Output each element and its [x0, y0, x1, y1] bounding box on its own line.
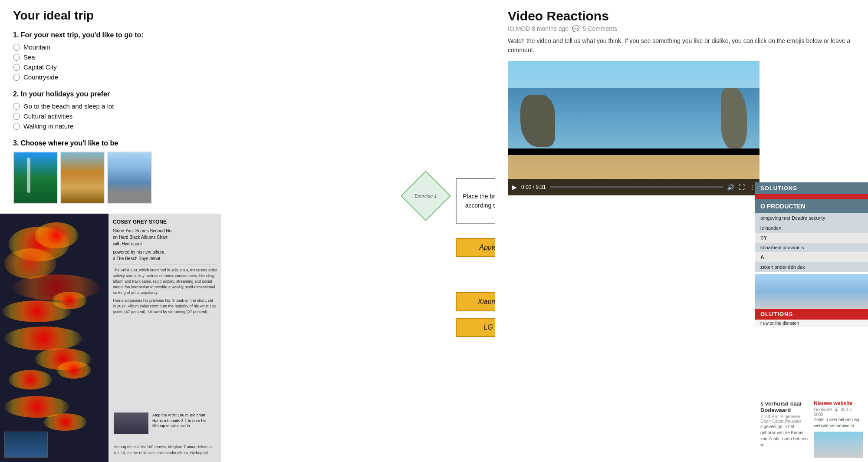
news-sky-thumbnail: [814, 432, 863, 458]
solutions-producten-label: O PRODUCTEN: [760, 203, 805, 210]
heatmap-blob-9: [9, 370, 52, 389]
exercise-panel: Exercise 1 Place the brands on the graph…: [221, 0, 508, 462]
current-time: 0:00: [521, 184, 531, 190]
question-2-label: 2. In your holidays you prefer: [13, 90, 152, 98]
option-capital-city-label: Capital City: [23, 63, 57, 71]
option-beach[interactable]: Go to the beach and sleep a lot: [13, 102, 152, 110]
option-countryside[interactable]: Countryside: [13, 73, 152, 81]
solutions-item-3: kbaarheid cruciaal is: [755, 243, 868, 253]
option-mountain[interactable]: Mountain: [13, 43, 152, 51]
beach-rock-right: [721, 88, 747, 148]
solutions-olutions: OLUTIONS: [755, 309, 868, 320]
video-controls: ▶ 0:00 / 9:31 🔊 ⛶ ⋮: [508, 179, 760, 195]
news-col-1: s verhuisd naar Dodewaard 7-2009 in: Alg…: [760, 400, 809, 458]
video-beach-scene: [508, 61, 760, 195]
heatmap-small-image: [4, 432, 48, 458]
heatmap-body-2: Harris surpasses his previous No. 9 peak…: [113, 298, 217, 315]
solutions-detail-1: r uw online diensten: [755, 320, 868, 327]
question-2-block: 2. In your holidays you prefer Go to the…: [13, 90, 152, 130]
solutions-item-4: zaken onder één dak: [755, 262, 868, 272]
radio-countryside[interactable]: [13, 74, 20, 81]
volume-button[interactable]: 🔊: [727, 184, 734, 191]
solutions-item-2: le handen: [755, 223, 868, 233]
heatmap-text-area: COSBY GREY STONE Stone Your Scores Secon…: [108, 214, 221, 462]
solutions-divider: [755, 194, 868, 199]
news-area: s verhuisd naar Dodewaard 7-2009 in: Alg…: [755, 396, 868, 462]
question-3-label: 3. Choose where you'l like to be: [13, 139, 152, 147]
news-meta-2: Geplaatst op: 08-07-2009: [814, 407, 863, 417]
news-col-2: Nieuwe website Geplaatst op: 08-07-2009 …: [814, 400, 863, 458]
option-capital-city[interactable]: Capital City: [13, 63, 152, 71]
solutions-sub-a: A: [755, 253, 868, 262]
video-description: Watch the video and tell us what you thi…: [508, 36, 855, 55]
heatmap-blob-10: [56, 361, 91, 379]
progress-bar[interactable]: [550, 186, 723, 188]
play-button[interactable]: ▶: [512, 184, 517, 191]
option-beach-label: Go to the beach and sleep a lot: [23, 102, 114, 110]
option-mountain-label: Mountain: [23, 43, 50, 51]
option-sea[interactable]: Sea: [13, 53, 152, 61]
radio-sea[interactable]: [13, 54, 20, 61]
news-meta-1: 7-2009 in: Algemeen Door: Oscar Pouwels: [760, 414, 809, 424]
radio-capital-city[interactable]: [13, 64, 20, 71]
heatmap-text-title: COSBY GREY STONE: [113, 218, 217, 226]
heatmap-intro: powered by his new album.d The Beach Boy…: [113, 249, 217, 265]
exercise-diamond-box: Exercise 1: [408, 178, 444, 214]
choice-waterfall[interactable]: [13, 152, 58, 204]
heatmap-subtitle: Stone Your Scores Second Noon Herd Black…: [113, 228, 217, 247]
choice-skyline[interactable]: [107, 152, 152, 204]
radio-cultural[interactable]: [13, 113, 20, 120]
image-choices: [13, 152, 152, 204]
heatmap-blob-2: [35, 222, 78, 248]
video-mod: IO MOD 8 months ago: [508, 25, 569, 32]
radio-beach[interactable]: [13, 103, 20, 110]
solutions-item-1: omgeving met Deadro security: [755, 213, 868, 223]
question-1-label: 1. For your next trip, you'd like to go …: [13, 31, 152, 39]
news-meta-date: 7-2009 in: Algemeen: [760, 414, 800, 419]
news-meta-author: Door: Oscar Pouwels: [760, 419, 801, 424]
video-comments: 5 Comments: [583, 25, 617, 32]
heatmap-blob-7: [4, 327, 82, 350]
time-display: 0:00 / 9:31: [521, 184, 546, 190]
option-sea-label: Sea: [23, 53, 35, 61]
solutions-sub-ty: TY: [755, 233, 868, 243]
solutions-header: SOLUTIONS: [755, 182, 868, 194]
heatmap-image-embed: Atop the Artist 100 music chart, Harris …: [108, 411, 221, 436]
option-walking[interactable]: Walking in nature: [13, 122, 152, 130]
question-3-block: 3. Choose where you'l like to be: [13, 139, 152, 204]
exercise-label: Exercise 1: [408, 178, 444, 214]
news-subtitle: Nieuwe website: [814, 400, 863, 406]
option-walking-label: Walking in nature: [23, 122, 73, 130]
news-excerpt-2: Zoals u zien hebben wij website vernieuw…: [814, 417, 863, 429]
video-title: Video Reactions: [508, 9, 855, 23]
beach-rock-left: [520, 95, 555, 147]
video-container[interactable]: ▶ 0:00 / 9:31 🔊 ⛶ ⋮: [508, 61, 760, 195]
radio-mountain[interactable]: [13, 44, 20, 51]
solutions-panel: SOLUTIONS O PRODUCTEN omgeving met Deadr…: [755, 182, 868, 327]
heatmap-blob-12: [43, 413, 87, 431]
radio-walking[interactable]: [13, 123, 20, 130]
heatmap-blob-6: [52, 292, 87, 309]
fullscreen-button[interactable]: ⛶: [739, 184, 745, 191]
solutions-producten: O PRODUCTEN: [755, 199, 868, 213]
option-cultural-label: Cultural activities: [23, 112, 72, 120]
heatmap-body-3: Among other Artist 100 moves, Meghan Tra…: [108, 442, 221, 458]
heatmap-overlay: COSBY GREY STONE Stone Your Scores Secon…: [0, 214, 221, 462]
survey-title: Your ideal trip: [13, 9, 152, 23]
news-columns: s verhuisd naar Dodewaard 7-2009 in: Alg…: [760, 400, 863, 458]
heatmap-body-1: The Artist 100, which launched in July 2…: [113, 267, 217, 296]
menu-button[interactable]: ⋮: [749, 184, 755, 191]
news-title-1: s verhuisd naar Dodewaard: [760, 400, 809, 413]
video-meta: IO MOD 8 months ago 💬 5 Comments: [508, 25, 855, 32]
choice-venice[interactable]: [60, 152, 105, 204]
question-1-block: 1. For your next trip, you'd like to go …: [13, 31, 152, 81]
option-cultural[interactable]: Cultural activities: [13, 112, 152, 120]
news-excerpt-1: s gevestigd in het gebouw van de Kamer v…: [760, 424, 809, 448]
solutions-header-text: SOLUTIONS: [760, 185, 797, 191]
total-time: 9:31: [536, 184, 546, 190]
solutions-sky-image: [755, 274, 868, 309]
option-countryside-label: Countryside: [23, 73, 58, 81]
